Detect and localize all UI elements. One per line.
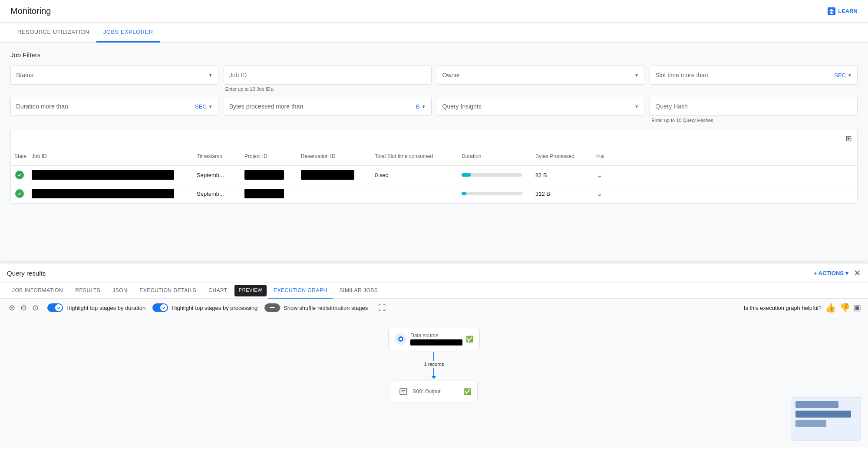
highlight-processing-toggle-group: Highlight top stages by processing — [152, 303, 257, 312]
slot-time-unit-selector[interactable]: SEC ▼ — [834, 72, 852, 79]
status-filter-group: Status ▼ — [10, 66, 218, 92]
tab-resource-utilization[interactable]: RESOURCE UTILIZATION — [10, 23, 96, 43]
row1-reservation-id — [297, 166, 371, 184]
row1-job-id — [28, 166, 193, 184]
query-insights-filter[interactable]: Query Insights ▼ — [437, 97, 645, 116]
query-insights-dropdown-arrow: ▼ — [634, 104, 639, 109]
records-label: 1 records — [424, 362, 444, 367]
zoom-out-button[interactable]: ⊖ — [19, 302, 29, 313]
output-node: S00: Output ✅ — [391, 381, 478, 402]
table-header: State Job ID Timestamp Project ID Reserv… — [11, 147, 857, 166]
panel-toolbar: ⊕ ⊖ ⊙ Highlight top stages by duration H… — [0, 299, 868, 317]
shuffle-toggle[interactable] — [264, 303, 280, 312]
learn-icon — [828, 7, 835, 15]
top-bar: Monitoring LEARN — [0, 0, 868, 23]
bytes-dropdown-arrow: ▼ — [422, 104, 426, 109]
actions-chevron-icon: ▾ — [845, 270, 848, 276]
tab-execution-details[interactable]: EXECUTION DETAILS — [134, 283, 201, 299]
row1-expand[interactable]: ⌄ — [593, 166, 619, 184]
owner-filter[interactable]: Owner ▼ — [437, 66, 645, 85]
job-id-filter[interactable] — [224, 66, 432, 85]
highlight-processing-toggle[interactable] — [152, 303, 168, 312]
filter-row-1: Status ▼ Enter up to 10 Job IDs. Owner ▼… — [10, 66, 858, 92]
table-row[interactable]: Septemb... 312 B ⌄ — [11, 184, 857, 203]
fullscreen-button[interactable]: ⛶ — [378, 303, 386, 313]
highlight-processing-label: Highlight top stages by processing — [172, 305, 257, 311]
filter-row-2: Duration more than SEC ▼ Bytes processed… — [10, 97, 858, 123]
col-reservation-id: Reservation ID — [297, 151, 371, 162]
thumbs-down-button[interactable]: 👎 — [839, 303, 850, 313]
bytes-unit-selector[interactable]: B ▼ — [416, 103, 426, 110]
tab-preview[interactable]: PREVIEW — [234, 285, 267, 296]
tab-execution-graph[interactable]: EXECUTION GRAPH — [268, 283, 333, 299]
duration-dropdown-arrow: ▼ — [208, 104, 213, 109]
mini-map-bar-1 — [795, 401, 838, 408]
row2-bytes: 312 B — [532, 186, 593, 201]
duration-filter[interactable]: Duration more than SEC ▼ — [10, 97, 218, 116]
output-title: S00: Output — [413, 388, 460, 395]
learn-button[interactable]: LEARN — [828, 7, 858, 15]
row2-project-id — [241, 184, 297, 203]
toggle-knob-2 — [160, 304, 167, 311]
table-toolbar: ⊞ — [11, 130, 857, 147]
shuffle-label: Show shuffle redistribution stages — [284, 305, 368, 311]
duration-label: Duration more than — [16, 103, 68, 110]
owner-dropdown-arrow: ▼ — [634, 73, 639, 78]
feedback-section: Is this execution graph helpful? 👍 👎 ▣ — [744, 303, 861, 313]
svg-point-1 — [399, 338, 402, 340]
bytes-unit: B — [416, 103, 420, 110]
job-id-input[interactable] — [229, 72, 426, 79]
mini-map-bar-2 — [795, 411, 851, 412]
output-icon — [397, 385, 409, 398]
status-label: Status — [16, 72, 33, 79]
success-icon — [15, 171, 24, 179]
columns-icon[interactable]: ⊞ — [845, 134, 852, 143]
tab-job-information[interactable]: JOB INFORMATION — [7, 283, 68, 299]
slot-time-dropdown-arrow: ▼ — [848, 73, 852, 78]
mini-map — [792, 397, 861, 412]
query-hash-input[interactable] — [655, 103, 852, 110]
row1-timestamp: Septemb... — [193, 168, 241, 183]
bytes-label: Bytes processed more than — [229, 103, 303, 110]
output-check-icon: ✅ — [464, 388, 471, 395]
row2-slot-time — [371, 189, 458, 198]
tab-json[interactable]: JSON — [107, 283, 132, 299]
datasource-label: Data source — [410, 332, 462, 345]
thumbs-up-button[interactable]: 👍 — [825, 303, 836, 313]
slot-time-unit: SEC — [834, 72, 846, 79]
row1-duration — [458, 169, 532, 181]
highlight-duration-toggle-group: Highlight top stages by duration — [47, 303, 145, 312]
zoom-controls: ⊕ ⊖ ⊙ — [7, 302, 40, 313]
datasource-check-icon: ✅ — [466, 336, 473, 342]
highlight-duration-toggle[interactable] — [47, 303, 63, 312]
jobs-table: ⊞ State Job ID Timestamp Project ID Rese… — [10, 130, 858, 204]
status-dropdown-arrow: ▼ — [208, 73, 213, 78]
sidebar-toggle-button[interactable]: ▣ — [854, 303, 861, 313]
duration-unit-selector[interactable]: SEC ▼ — [195, 103, 213, 110]
success-icon — [15, 189, 24, 198]
close-panel-button[interactable]: ✕ — [854, 268, 861, 278]
bytes-filter-group: Bytes processed more than B ▼ — [224, 97, 432, 123]
tab-similar-jobs[interactable]: SIMILAR JOBS — [334, 283, 383, 299]
query-hash-filter[interactable] — [650, 97, 858, 116]
row2-duration — [458, 188, 532, 200]
table-row[interactable]: Septemb... 0 sec 82 B ⌄ — [11, 166, 857, 184]
tab-results[interactable]: RESULTS — [70, 283, 106, 299]
arrow-line-2 — [433, 368, 434, 376]
status-filter[interactable]: Status ▼ — [10, 66, 218, 85]
actions-button[interactable]: + ACTIONS ▾ — [814, 270, 848, 276]
slot-time-filter[interactable]: Slot time more than SEC ▼ — [650, 66, 858, 85]
toggle-knob — [55, 304, 62, 311]
job-id-filter-group: Enter up to 10 Job IDs. — [224, 66, 432, 92]
feedback-question: Is this execution graph helpful? — [744, 305, 822, 311]
zoom-reset-button[interactable]: ⊙ — [30, 302, 40, 313]
svg-rect-2 — [400, 388, 407, 395]
zoom-in-button[interactable]: ⊕ — [7, 302, 17, 313]
row2-expand[interactable]: ⌄ — [593, 184, 619, 203]
query-insights-filter-group: Query Insights ▼ — [437, 97, 645, 123]
filters-section-title: Job Filters — [10, 51, 858, 59]
tab-jobs-explorer[interactable]: JOBS EXPLORER — [96, 23, 160, 43]
bytes-filter[interactable]: Bytes processed more than B ▼ — [224, 97, 432, 116]
tab-chart[interactable]: CHART — [203, 283, 233, 299]
shuffle-toggle-group: Show shuffle redistribution stages — [264, 303, 368, 312]
